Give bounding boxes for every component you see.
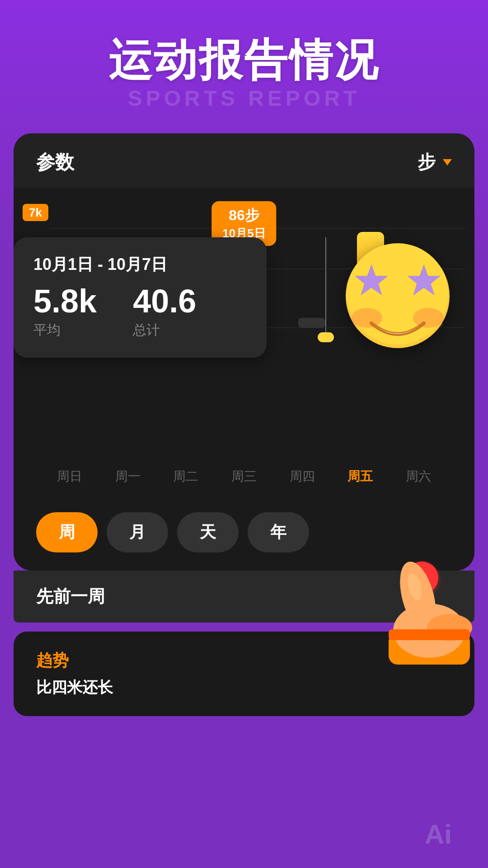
tab-year[interactable]: 年 [248, 512, 309, 552]
star-eyes-emoji [334, 228, 461, 355]
thumbs-up-decoration [380, 561, 488, 686]
stats-overlay: 10月1日 - 10月7日 5.8k 平均 40.6 总计 [14, 237, 267, 358]
header-section: 运动报告情况 SPORTS REPORT [0, 0, 488, 124]
x-label-monday: 周一 [115, 468, 141, 485]
x-label-sunday: 周日 [57, 468, 82, 485]
total-label: 总计 [133, 321, 196, 340]
dropdown-arrow-icon [443, 159, 452, 165]
x-label-saturday: 周六 [406, 468, 431, 485]
x-label-thursday: 周四 [290, 468, 315, 485]
page-container: 运动报告情况 SPORTS REPORT 参数 步 10月1日 - 10月7日 … [0, 0, 488, 868]
prev-week-label: 先前一周 [36, 585, 105, 608]
date-range: 10月1日 - 10月7日 [33, 254, 247, 276]
page-title: 运动报告情况 [18, 36, 470, 84]
y-label-7k: 7k [23, 206, 48, 220]
prev-week-section: 先前一周 ♥ [14, 571, 474, 623]
tab-week[interactable]: 周 [36, 512, 98, 552]
svg-point-3 [413, 308, 444, 328]
svg-rect-22 [389, 629, 470, 640]
tab-month[interactable]: 月 [107, 512, 168, 552]
stats-row: 5.8k 平均 40.6 总计 [33, 285, 247, 340]
total-value: 40.6 [133, 285, 196, 317]
tab-day[interactable]: 天 [177, 512, 239, 552]
svg-rect-15 [298, 318, 325, 328]
x-label-wednesday: 周三 [231, 468, 257, 485]
card-header: 参数 步 [14, 133, 474, 188]
x-axis: 周日 周一 周二 周三 周四 周五 周六 [14, 459, 474, 499]
total-stat: 40.6 总计 [133, 285, 196, 340]
tooltip-steps: 86步 [222, 206, 265, 226]
average-label: 平均 [33, 321, 97, 340]
step-label: 步 [418, 150, 436, 175]
average-stat: 5.8k 平均 [33, 285, 97, 340]
param-label: 参数 [36, 150, 74, 175]
period-tabs: 周 月 天 年 [14, 499, 474, 571]
x-label-tuesday: 周二 [173, 468, 198, 485]
main-card: 参数 步 10月1日 - 10月7日 5.8k 平均 40.6 总计 [14, 133, 474, 571]
step-selector[interactable]: 步 [418, 150, 452, 175]
ai-badge: Ai [425, 819, 452, 850]
svg-point-2 [352, 308, 382, 328]
average-value: 5.8k [33, 285, 97, 317]
x-label-friday: 周五 [347, 468, 373, 485]
subtitle-bg: SPORTS REPORT [18, 86, 470, 111]
